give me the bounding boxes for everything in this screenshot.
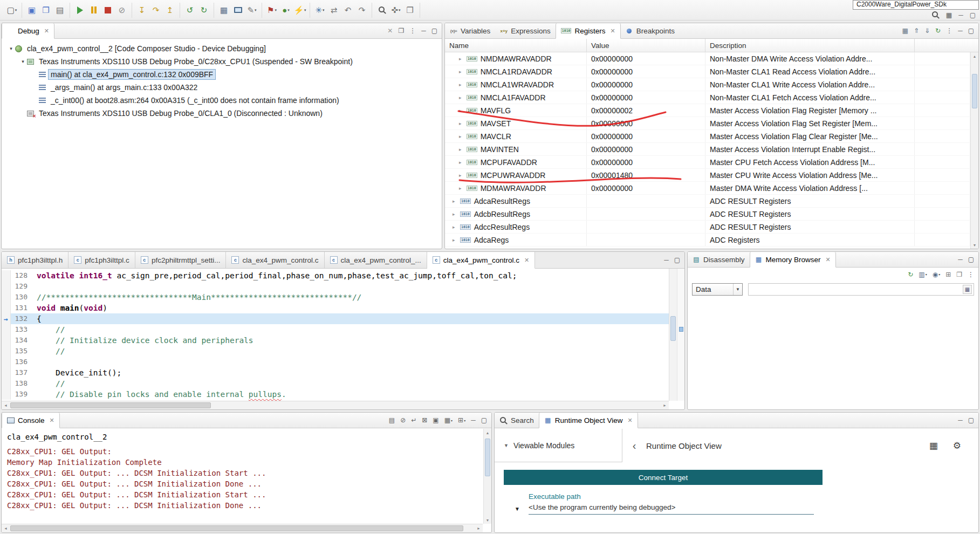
scroll-down-icon[interactable]: ▼ [971, 241, 978, 249]
register-row[interactable]: ▸1010MAVFLG0x00000002Master Access Viola… [445, 104, 970, 117]
register-row[interactable]: ▸1010MAVINTEN0x00000000Master Access Vio… [445, 143, 970, 156]
code-text[interactable]: volatile int16_t ac_sign_pre,period_cal,… [31, 270, 669, 281]
editor-vertical-scrollbar[interactable] [669, 269, 677, 401]
address-options-button[interactable]: ▦ [963, 285, 972, 294]
code-editor[interactable]: 128volatile int16_t ac_sign_pre,period_c… [2, 269, 669, 401]
minimize-view-button[interactable]: ─ [958, 28, 963, 34]
expand-caret-icon[interactable]: ▸ [453, 224, 460, 230]
expand-caret-icon[interactable]: ▸ [453, 198, 460, 204]
tab-debug[interactable]: Debug✕ [2, 23, 54, 39]
expand-caret-icon[interactable]: ▸ [453, 211, 460, 217]
code-line[interactable]: 131void main(void) [2, 303, 669, 313]
register-row[interactable]: ▸1010MAVSET0x00000000Master Access Viola… [445, 117, 970, 130]
debug-tree-item[interactable]: ▾Texas Instruments XDS110 USB Debug Prob… [4, 55, 442, 68]
register-row[interactable]: ▸1010MCPUWRAVADDR0x00001480Master CPU Wr… [445, 169, 970, 182]
register-row[interactable]: ▸1010MCPUFAVADDR0x00000000Master CPU Fet… [445, 156, 970, 169]
dropdown-caret-icon[interactable]: ▾ [323, 8, 325, 12]
chevron-down-icon[interactable]: ▼ [733, 284, 742, 295]
console-hscrollbar-thumb[interactable] [10, 525, 463, 531]
collapse-sidebar-button[interactable]: ‹ [622, 440, 646, 451]
refresh-registers-button[interactable]: ↻ [935, 28, 941, 34]
minimize-view-button[interactable]: ─ [471, 417, 476, 423]
remove-all-terminated-button[interactable]: ✕ [387, 28, 393, 34]
rov-settings-button[interactable]: ⚙ [953, 441, 961, 450]
expanded-caret-icon[interactable]: ▾ [19, 59, 27, 64]
open-console-view-button[interactable]: ▤ [53, 4, 66, 17]
toggle-layout-button[interactable]: ▦ [902, 28, 908, 34]
tab-cla-ex4-pwm-control-c[interactable]: cla_ex4_pwm_control.c✕ [427, 252, 535, 269]
maximize-view-button[interactable]: ▢ [968, 28, 974, 34]
expand-caret-icon[interactable]: ▸ [459, 56, 467, 61]
register-row[interactable]: ▸1010NMDMAWRAVADDR0x00000000Non-Master D… [445, 52, 970, 65]
annotation-gutter[interactable] [2, 270, 11, 281]
code-text[interactable]: //*******************************Main***… [31, 292, 669, 303]
tab-pfc1ph3ilttpl-c[interactable]: pfc1ph3ilttpl.c [68, 252, 135, 268]
scroll-lock-button[interactable]: ⊘ [400, 417, 406, 423]
pin-console-button[interactable]: ▣ [433, 417, 438, 423]
line-number[interactable]: 137 [11, 367, 31, 378]
pin-button[interactable]: ✜▾ [389, 4, 402, 17]
maximize-view-button[interactable]: ▢ [481, 417, 487, 423]
step-over-button[interactable]: ↷ [149, 4, 162, 17]
expand-caret-icon[interactable]: ▸ [459, 147, 467, 152]
minimize-window-button[interactable]: ─ [958, 12, 963, 18]
rov-dashboard-button[interactable]: ▦ [929, 441, 938, 450]
register-row[interactable]: ▸1010AdccResultRegsADC RESULT Registers [445, 221, 970, 234]
code-text[interactable]: void main(void) [31, 303, 669, 313]
debug-tree-item[interactable]: Texas Instruments XDS110 USB Debug Probe… [4, 107, 442, 120]
expand-caret-icon[interactable]: ▸ [459, 121, 467, 126]
dropdown-caret-icon[interactable]: ▾ [399, 8, 401, 12]
debug-tree-item[interactable]: _args_main() at args_main.c:133 0x00A322 [4, 81, 442, 94]
line-number[interactable]: 139 [11, 389, 31, 400]
scroll-right-icon[interactable]: ► [475, 524, 483, 532]
line-number[interactable]: 135 [11, 346, 31, 357]
redo-button[interactable]: ↷ [355, 4, 368, 17]
refresh-button[interactable]: ↻ [197, 4, 210, 17]
restart-button[interactable]: ↺ [183, 4, 196, 17]
tab-search[interactable]: Search [495, 413, 539, 428]
view-menu-button[interactable]: ⋮ [409, 28, 416, 34]
swap-button[interactable]: ⇄ [327, 4, 340, 17]
dropdown-caret-icon[interactable]: ▾ [304, 8, 306, 12]
debug-tree-item[interactable]: ▾cla_ex4_pwm_control__2 [Code Composer S… [4, 42, 442, 55]
suspend-button[interactable] [87, 4, 100, 17]
close-icon[interactable]: ✕ [611, 28, 615, 35]
scroll-up-icon[interactable]: ▲ [971, 52, 978, 60]
editor-hscrollbar-thumb[interactable] [10, 402, 211, 408]
annotation-gutter[interactable] [2, 346, 11, 357]
terminate-button[interactable] [101, 4, 114, 17]
code-text[interactable] [31, 357, 669, 367]
expand-caret-icon[interactable]: ▸ [453, 237, 460, 243]
annotation-gutter[interactable] [2, 303, 11, 313]
code-line[interactable]: 135 // [2, 346, 669, 357]
code-text[interactable]: // [31, 324, 669, 335]
import-registers-button[interactable]: ⇓ [924, 28, 930, 34]
tab-pfc1ph3ilttpl-h[interactable]: pfc1ph3ilttpl.h [2, 252, 68, 268]
scroll-down-icon[interactable]: ▼ [484, 516, 491, 524]
memory-address-input[interactable]: ▦ [748, 283, 974, 296]
tab-runtime-object-view[interactable]: Runtime Object View✕ [539, 413, 638, 428]
registers-scrollbar-thumb[interactable] [972, 74, 977, 108]
step-into-button[interactable]: ↧ [135, 4, 148, 17]
editor-scrollbar-thumb[interactable] [670, 316, 676, 341]
scroll-left-icon[interactable]: ◄ [2, 524, 10, 532]
quick-search-button[interactable] [931, 11, 940, 19]
column-header-value[interactable]: Value [587, 39, 705, 52]
new-wizard-button[interactable]: ▢▾ [5, 4, 18, 17]
debug-tree-item[interactable]: _c_int00() at boot28.asm:264 0x00A315 (_… [4, 94, 442, 107]
view-layout-button[interactable]: ❐ [398, 28, 404, 34]
line-number[interactable]: 128 [11, 270, 31, 281]
tab-expressions[interactable]: Expressions [495, 23, 556, 38]
minimize-view-button[interactable]: ─ [421, 28, 426, 34]
disconnect-button[interactable]: ⊘ [115, 4, 128, 17]
code-text[interactable]: // [31, 378, 669, 389]
open-console-button[interactable]: ⊞▾ [458, 417, 465, 423]
register-row[interactable]: ▸1010AdcaRegsADC Registers [445, 234, 970, 247]
maximize-view-button[interactable]: ▢ [431, 28, 437, 34]
dropdown-caret-icon[interactable]: ▾ [938, 272, 940, 276]
line-number[interactable]: 134 [11, 335, 31, 346]
line-number[interactable]: 133 [11, 324, 31, 335]
search-button[interactable] [375, 4, 388, 17]
register-row[interactable]: ▸1010AdcbResultRegsADC RESULT Registers [445, 208, 970, 221]
code-line[interactable]: 139 // Disable pin locks and enable inte… [2, 389, 669, 400]
